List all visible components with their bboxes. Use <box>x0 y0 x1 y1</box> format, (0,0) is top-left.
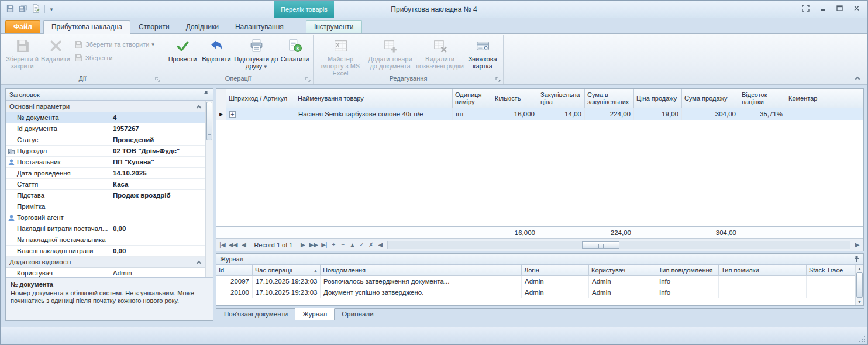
maximize-button[interactable] <box>832 3 848 15</box>
journal-column-user[interactable]: Користувач <box>589 265 656 276</box>
row-indicator-header <box>216 89 226 108</box>
tab-instrumenty[interactable]: Інструменти <box>306 20 362 34</box>
column-header-comment[interactable]: Коментар <box>786 89 863 108</box>
field-row-post-date[interactable]: Дата проведення 14.10.2025 <box>6 168 205 179</box>
pin-icon[interactable] <box>203 90 209 99</box>
nav-next-button[interactable]: ▶ <box>298 240 307 250</box>
expand-row-icon[interactable]: + <box>229 111 236 118</box>
grid-row-item[interactable]: ▶ + Насіння Semki гарбузове солоне 40г п… <box>216 108 863 120</box>
dialog-launcher-icon[interactable] <box>305 76 312 83</box>
nav-post-button[interactable]: ✓ <box>357 240 366 250</box>
delete-marked-rows-button[interactable]: Видалити позначені рядки <box>415 36 464 73</box>
printer-icon <box>249 38 264 54</box>
journal-column-time[interactable]: Час операції▲ <box>253 265 321 276</box>
field-row-supplier-overheads[interactable]: Накладні витрати постачал... 0,00 <box>6 223 205 234</box>
journal-column-stack-trace[interactable]: Stack Trace <box>807 265 855 276</box>
field-row-document-number[interactable]: № документа 4 <box>6 112 205 123</box>
journal-column-message[interactable]: Повідомлення <box>321 265 522 276</box>
tab-dovidnyky[interactable]: Довідники <box>178 20 227 34</box>
dialog-launcher-icon[interactable] <box>495 76 502 83</box>
field-row-article[interactable]: Стаття Каса <box>6 179 205 190</box>
nav-prev-page-button[interactable]: ◀◀ <box>228 240 239 250</box>
field-row-note[interactable]: Примітка <box>6 201 205 212</box>
pin-icon[interactable] <box>853 255 860 264</box>
nav-last-button[interactable]: ▶| <box>320 240 329 250</box>
ribbon-collapse-button[interactable] <box>852 74 863 82</box>
journal-column-message-type[interactable]: Тип повідомлення <box>656 265 719 276</box>
discount-card-button[interactable]: Знижкова картка <box>464 36 501 73</box>
scroll-down-icon[interactable]: ▼ <box>856 298 863 305</box>
save-button[interactable]: Зберегти <box>71 51 160 64</box>
nav-append-button[interactable]: + <box>329 240 338 250</box>
scrollbar-thumb[interactable] <box>582 242 619 249</box>
prepare-print-button[interactable]: Підготувати до друку ▾ <box>233 36 279 73</box>
save-close-button[interactable]: Зберегти й закрити <box>5 36 40 73</box>
column-header-barcode[interactable]: Штрихкод / Артикул <box>226 89 295 108</box>
field-row-own-overheads[interactable]: Власні накладні витрати 0,00 <box>6 246 205 257</box>
journal-column-error-type[interactable]: Тип помилки <box>719 265 807 276</box>
journal-column-id[interactable]: Id <box>216 265 253 276</box>
column-header-purchase-sum[interactable]: Сума в закупівельних <box>585 89 634 108</box>
resize-grip[interactable] <box>864 341 865 342</box>
column-header-sale-price[interactable]: Ціна продажу <box>634 89 682 108</box>
save-and-create-button[interactable]: Зберегти та створити ▾ <box>71 38 160 50</box>
column-header-name[interactable]: Найменування товару <box>295 89 453 108</box>
excel-import-button[interactable]: X Майстер імпорту з MS Excel <box>316 36 365 77</box>
rollback-button[interactable]: Відкотити <box>199 36 233 73</box>
field-row-document-id[interactable]: Id документа 1957267 <box>6 123 205 134</box>
pay-button[interactable]: $ Сплатити <box>279 36 311 73</box>
minimize-button[interactable] <box>815 3 831 15</box>
nav-cancel-button[interactable]: ✗ <box>367 240 376 250</box>
tab-stvoryty[interactable]: Створити <box>130 20 178 34</box>
titlebar: ▾ Перелік товарів Прибуткова накладна № … <box>1 1 867 18</box>
scroll-up-icon[interactable]: ▲ <box>856 265 863 272</box>
hscroll-left-button[interactable]: ◀ <box>376 240 385 250</box>
post-document-button[interactable]: Провести <box>166 36 199 73</box>
column-header-purchase-price[interactable]: Закупівельна ціна <box>538 89 585 108</box>
tab-related-documents[interactable]: Пов'язані документи <box>217 309 295 321</box>
journal-row[interactable]: 20097 17.10.2025 19:23:03 Розпочалось за… <box>216 276 855 287</box>
column-header-unit[interactable]: Одиниця виміру <box>453 89 492 108</box>
dropdown-arrow-icon: ▾ <box>151 42 154 47</box>
panel-vertical-scrollbar[interactable] <box>205 101 213 277</box>
summary-sale-sum: 304,00 <box>682 227 739 238</box>
field-row-supplier-invoice-number[interactable]: № накладної постачальника <box>6 234 205 246</box>
field-row-basis[interactable]: Підстава Продаж вроздріб <box>6 190 205 201</box>
category-main-parameters[interactable]: Основні параметри <box>6 101 205 112</box>
tab-journal[interactable]: Журнал <box>295 308 335 320</box>
dialog-launcher-icon[interactable] <box>154 76 161 83</box>
column-header-quantity[interactable]: Кількість <box>492 89 538 108</box>
tab-file[interactable]: Файл <box>5 20 40 34</box>
field-row-status[interactable]: Статус Проведений <box>6 134 205 146</box>
column-header-markup[interactable]: Відсоток націнки <box>739 89 786 108</box>
window-title: Прибуткова накладна № 4 <box>1 1 867 18</box>
nav-first-button[interactable]: |◀ <box>218 240 227 250</box>
excel-import-icon: X <box>333 38 349 54</box>
nav-delete-button[interactable]: − <box>339 240 347 250</box>
nav-next-page-button[interactable]: ▶▶ <box>308 240 319 250</box>
tab-prybutkova-nakladna[interactable]: Прибуткова накладна <box>43 20 130 34</box>
horizontal-scrollbar[interactable] <box>387 241 850 249</box>
nav-prev-button[interactable]: ◀ <box>239 240 248 250</box>
field-row-sales-agent[interactable]: Торговий агент <box>6 212 205 223</box>
delete-document-button[interactable]: Видалити <box>40 36 71 73</box>
scrollbar-thumb[interactable] <box>206 102 212 140</box>
tab-nalashtuvannia[interactable]: Налаштування <box>227 20 292 34</box>
field-row-department[interactable]: Підрозділ 02 ТОВ "Дрім-Фудс" <box>6 146 205 157</box>
column-header-sale-sum[interactable]: Сума продажу <box>682 89 739 108</box>
journal-row[interactable]: 20100 17.10.2025 19:23:03 Документ успіш… <box>216 287 855 298</box>
field-row-user[interactable]: Користувач Admin <box>6 268 205 277</box>
journal-column-login[interactable]: Логін <box>522 265 589 276</box>
nav-edit-button[interactable]: ▲ <box>348 240 357 250</box>
hscroll-right-button[interactable]: ▶ <box>853 240 862 250</box>
close-button[interactable] <box>849 3 864 15</box>
scrollbar-thumb[interactable] <box>856 272 863 298</box>
fullscreen-button[interactable] <box>798 3 814 15</box>
tab-originals[interactable]: Оригінали <box>335 309 380 321</box>
journal-vertical-scrollbar[interactable]: ▲ ▼ <box>855 265 863 305</box>
items-grid-header: Штрихкод / Артикул Найменування товару О… <box>216 89 863 108</box>
svg-text:$: $ <box>296 46 299 51</box>
category-additional-info[interactable]: Додаткові відомості <box>6 257 205 268</box>
add-items-button[interactable]: Додати товари до документа <box>365 36 415 73</box>
field-row-supplier[interactable]: Постачальник ПП "Купава" <box>6 157 205 168</box>
